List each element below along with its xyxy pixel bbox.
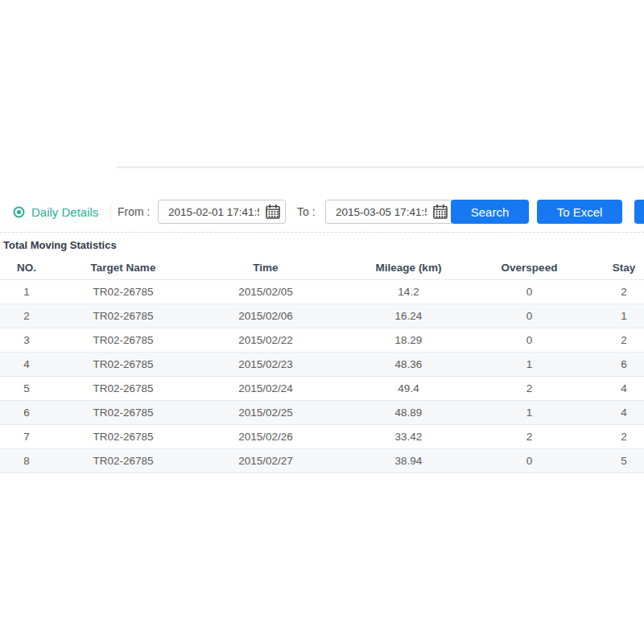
table-cell: TR02-26785 <box>53 353 193 377</box>
table-title: Total Moving Statistics <box>3 239 117 251</box>
page: Daily Details From : To <box>0 0 644 644</box>
table-cell: 2015/02/22 <box>193 328 338 353</box>
table-row: 3TR02-267852015/02/2218.2902 <box>0 328 644 353</box>
cropped-right-button[interactable] <box>634 200 644 224</box>
table-cell: 0 <box>479 449 580 473</box>
table-cell: 4 <box>580 377 644 401</box>
table-cell: 2 <box>580 328 644 353</box>
table-cell: 0 <box>479 280 580 304</box>
table-cell: TR02-26785 <box>53 377 193 401</box>
table-cell: 2 <box>479 425 580 449</box>
column-header-target-name: Target Name <box>53 256 193 280</box>
table-row: 4TR02-267852015/02/2348.3616 <box>0 353 644 377</box>
table-cell: 18.29 <box>338 328 479 353</box>
table-cell: 7 <box>0 425 53 449</box>
table-cell: 2015/02/27 <box>193 449 338 473</box>
section-title: Daily Details <box>31 205 98 219</box>
column-header-mileage-km: Mileage (km) <box>338 256 479 280</box>
to-date-field <box>325 200 453 224</box>
from-date-field <box>158 200 286 224</box>
table-cell: TR02-26785 <box>53 280 193 304</box>
table-cell: 1 <box>479 353 580 377</box>
sidebar-item-daily-details[interactable]: Daily Details <box>13 200 98 224</box>
column-header-stay: Stay <box>580 256 644 280</box>
search-button[interactable]: Search <box>451 200 529 224</box>
table-cell: 48.36 <box>338 353 479 377</box>
table-cell: 2 <box>479 377 580 401</box>
table-cell: TR02-26785 <box>53 328 193 353</box>
table-cell: TR02-26785 <box>53 401 193 425</box>
table-cell: 2015/02/06 <box>193 304 338 328</box>
from-calendar-icon[interactable] <box>265 204 281 220</box>
table-cell: 2015/02/23 <box>193 353 338 377</box>
table-cell: 5 <box>0 377 53 401</box>
table-cell: 3 <box>0 328 53 353</box>
table-cell: 2 <box>580 425 644 449</box>
table-cell: 0 <box>479 304 580 328</box>
table-cell: 1 <box>580 304 644 328</box>
circle-dot-icon <box>13 206 25 218</box>
table-cell: 6 <box>580 353 644 377</box>
table-cell: 48.89 <box>338 401 479 425</box>
toolbar: Daily Details From : To <box>0 200 644 224</box>
table-row: 1TR02-267852015/02/0514.202 <box>0 280 644 304</box>
statistics-table: NO.Target NameTimeMileage (km)OverspeedS… <box>0 256 644 473</box>
to-calendar-icon[interactable] <box>432 204 448 220</box>
statistics-table-container: NO.Target NameTimeMileage (km)OverspeedS… <box>0 256 644 473</box>
table-cell: 5 <box>580 449 644 473</box>
table-cell: 4 <box>0 353 53 377</box>
table-cell: 2015/02/24 <box>193 377 338 401</box>
header-shadow-divider <box>117 167 644 167</box>
table-cell: TR02-26785 <box>53 425 193 449</box>
column-header-time: Time <box>193 256 338 280</box>
table-cell: TR02-26785 <box>53 449 193 473</box>
table-cell: 1 <box>479 401 580 425</box>
table-row: 7TR02-267852015/02/2633.4222 <box>0 425 644 449</box>
column-header-no: NO. <box>0 256 53 280</box>
to-label: To : <box>297 200 316 224</box>
from-label: From : <box>118 200 150 224</box>
table-cell: 38.94 <box>338 449 479 473</box>
table-cell: 4 <box>580 401 644 425</box>
table-cell: 2015/02/25 <box>193 401 338 425</box>
table-cell: 33.42 <box>338 425 479 449</box>
column-header-overspeed: Overspeed <box>479 256 580 280</box>
table-cell: 14.2 <box>338 280 479 304</box>
table-cell: 8 <box>0 449 53 473</box>
table-row: 8TR02-267852015/02/2738.9405 <box>0 449 644 473</box>
table-cell: 2 <box>0 304 53 328</box>
table-cell: 2015/02/05 <box>193 280 338 304</box>
table-row: 6TR02-267852015/02/2548.8914 <box>0 401 644 425</box>
table-row: 5TR02-267852015/02/2449.424 <box>0 377 644 401</box>
table-cell: 0 <box>479 328 580 353</box>
table-header-row: NO.Target NameTimeMileage (km)OverspeedS… <box>0 256 644 280</box>
table-row: 2TR02-267852015/02/0616.2401 <box>0 304 644 328</box>
table-cell: 49.4 <box>338 377 479 401</box>
table-cell: 16.24 <box>338 304 479 328</box>
toolbar-divider <box>110 203 111 221</box>
table-cell: TR02-26785 <box>53 304 193 328</box>
table-cell: 2 <box>580 280 644 304</box>
table-cell: 6 <box>0 401 53 425</box>
dashed-separator <box>0 232 644 233</box>
to-excel-button[interactable]: To Excel <box>537 200 622 224</box>
table-cell: 2015/02/26 <box>193 425 338 449</box>
table-cell: 1 <box>0 280 53 304</box>
